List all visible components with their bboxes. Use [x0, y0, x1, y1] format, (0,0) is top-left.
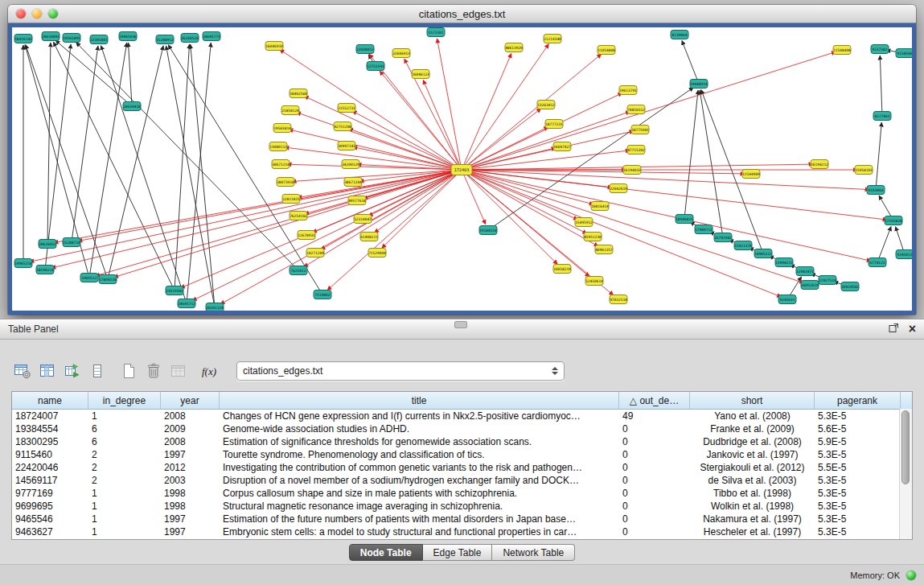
graph-node[interactable]: 30997141 — [338, 142, 355, 150]
vertical-scrollbar[interactable] — [899, 409, 912, 539]
graph-node[interactable]: 5905512 — [80, 274, 98, 282]
table-row[interactable]: 1872400712008Changes of HCN gene express… — [12, 410, 912, 422]
zoom-button[interactable] — [48, 9, 58, 19]
memory-status-indicator[interactable] — [906, 571, 916, 580]
column-header-out_degree[interactable]: △ out_de… — [619, 392, 690, 409]
graph-node[interactable]: 12983471 — [796, 267, 814, 276]
import-table-icon[interactable] — [61, 360, 83, 382]
table-row[interactable]: 1830029562008Estimation of significance … — [12, 435, 912, 448]
graph-node[interactable]: 61408211 — [360, 233, 378, 241]
table-row[interactable]: 946362711997Embryonic stem cells: a mode… — [12, 525, 912, 538]
graph-node[interactable]: 16791942 — [714, 233, 732, 242]
table-row[interactable]: 911546021997Tourette syndrome. Phenomeno… — [12, 448, 912, 461]
graph-node[interactable]: 13080112 — [269, 142, 287, 151]
network-canvas[interactable]: 1724031604691018402560218581241956581413… — [12, 27, 912, 311]
graph-node[interactable]: 8277403 — [873, 112, 891, 121]
network-graph[interactable]: 1724031604691018402560218581241956581413… — [12, 27, 912, 311]
graph-node[interactable]: 17103828 — [885, 216, 902, 225]
graph-node[interactable]: 15958103 — [855, 166, 873, 175]
new-document-icon[interactable] — [117, 360, 139, 382]
graph-node[interactable]: 19565895 — [63, 34, 80, 43]
graph-node[interactable]: 42751208 — [334, 122, 351, 131]
minimize-button[interactable] — [32, 9, 42, 19]
graph-node[interactable]: 11927514 — [819, 276, 836, 285]
graph-node[interactable]: 12678931 — [298, 231, 315, 240]
table-row[interactable]: 969969511998Structural magnetic resonanc… — [12, 500, 912, 513]
graph-node[interactable]: 11544909 — [742, 170, 760, 179]
graph-node[interactable]: 80961357 — [595, 245, 613, 254]
graph-node[interactable]: 21214340 — [544, 35, 561, 43]
graph-node[interactable]: 5572301 — [427, 28, 445, 37]
table-rows-icon[interactable] — [86, 360, 108, 382]
close-panel-icon[interactable]: × — [909, 323, 916, 336]
column-header-title[interactable]: title — [220, 392, 619, 409]
table-row[interactable]: 977716911998Corpus callosum shape and si… — [12, 487, 912, 500]
column-header-in_degree[interactable]: in_degree — [88, 392, 161, 409]
graph-node[interactable]: 19613791 — [619, 86, 637, 95]
graph-node[interactable]: 18775941 — [631, 126, 649, 134]
graph-node[interactable]: 22042619 — [610, 184, 627, 193]
show-columns-icon[interactable] — [36, 360, 58, 382]
graph-node[interactable]: 12751591 — [367, 62, 384, 71]
graph-node[interactable]: 22606913 — [392, 49, 410, 58]
table-row[interactable]: 1938455462009Genome-wide association stu… — [12, 422, 912, 435]
graph-node[interactable]: 22608012 — [356, 45, 374, 54]
trash-icon[interactable] — [142, 360, 164, 382]
graph-node[interactable]: 30671214 — [272, 160, 290, 169]
column-header-short[interactable]: short — [690, 392, 815, 409]
graph-node[interactable]: 20639418 — [123, 102, 141, 111]
graph-node[interactable]: 48613920 — [505, 43, 523, 52]
graph-node[interactable]: 20634891 — [42, 32, 60, 41]
graph-node[interactable]: 10924502 — [841, 282, 859, 291]
graph-node[interactable]: 15921378 — [734, 241, 752, 250]
float-panel-icon[interactable] — [889, 322, 899, 336]
graph-node[interactable]: 49577618 — [348, 196, 366, 205]
graph-node[interactable]: 20626052 — [39, 240, 56, 249]
graph-node[interactable]: 74850312 — [627, 105, 645, 114]
graph-node[interactable]: 16046910 — [265, 42, 283, 51]
graph-node[interactable]: 13994211 — [775, 258, 793, 267]
graph-node[interactable]: 14985212 — [754, 249, 772, 258]
graph-node[interactable]: 52450614 — [585, 277, 603, 286]
table-row[interactable]: 1456911722003Disruption of a novel membe… — [12, 474, 912, 487]
tab-node-table[interactable]: Node Table — [349, 544, 423, 561]
graph-node[interactable]: 16194033 — [623, 166, 641, 175]
function-builder-icon[interactable]: f(x) — [199, 360, 220, 382]
graph-node[interactable]: 9245031 — [778, 295, 796, 304]
graph-node[interactable]: 76254102 — [290, 212, 307, 220]
graph-node[interactable]: 9237382 — [871, 45, 889, 54]
graph-node[interactable]: 18590214 — [36, 266, 54, 274]
graph-node[interactable]: 17804218 — [99, 275, 117, 284]
tab-edge-table[interactable]: Edge Table — [423, 544, 493, 561]
table-row[interactable]: 2242004622012Investigating the contribut… — [12, 461, 912, 474]
column-settings-icon[interactable] — [11, 360, 33, 382]
graph-node[interactable]: 19565814 — [273, 124, 291, 133]
graph-node[interactable]: 19965210 — [14, 259, 32, 268]
graph-node[interactable]: 7625412 — [290, 266, 307, 275]
graph-node[interactable]: 9103064 — [867, 186, 885, 195]
graph-node[interactable]: 15288714 — [63, 238, 80, 247]
close-button[interactable] — [16, 9, 26, 19]
graph-node[interactable]: 19965036 — [119, 32, 137, 41]
graph-node[interactable]: 16194212 — [811, 160, 828, 169]
graph-node[interactable]: 16047427 — [553, 142, 571, 151]
column-header-pagerank[interactable]: pagerank — [815, 392, 901, 409]
graph-node[interactable]: 19448914 — [690, 80, 708, 89]
graph-node[interactable]: 15495912 — [575, 218, 593, 227]
graph-node[interactable]: 18402560 — [290, 89, 307, 98]
graph-node[interactable]: 18416142 — [14, 35, 32, 43]
graph-node[interactable]: 11548408 — [833, 46, 851, 55]
graph-node[interactable]: 13263412 — [537, 101, 555, 109]
graph-hub-node[interactable]: 172403 — [451, 165, 472, 175]
graph-node[interactable]: 38073918 — [277, 178, 294, 187]
column-header-name[interactable]: name — [12, 392, 88, 409]
graph-node[interactable]: 14271209 — [306, 249, 324, 257]
graph-node[interactable]: 87715302 — [627, 146, 645, 154]
window-titlebar[interactable]: citations_edges.txt — [8, 5, 916, 23]
graph-node[interactable]: 11054808 — [598, 46, 615, 55]
graph-node[interactable]: 9245012 — [896, 250, 912, 259]
graph-node[interactable]: 22305801 — [90, 35, 108, 44]
graph-node[interactable]: 52310047 — [354, 215, 372, 224]
graph-node[interactable]: 8130464 — [671, 31, 688, 39]
graph-node[interactable]: 20201124 — [206, 303, 224, 311]
